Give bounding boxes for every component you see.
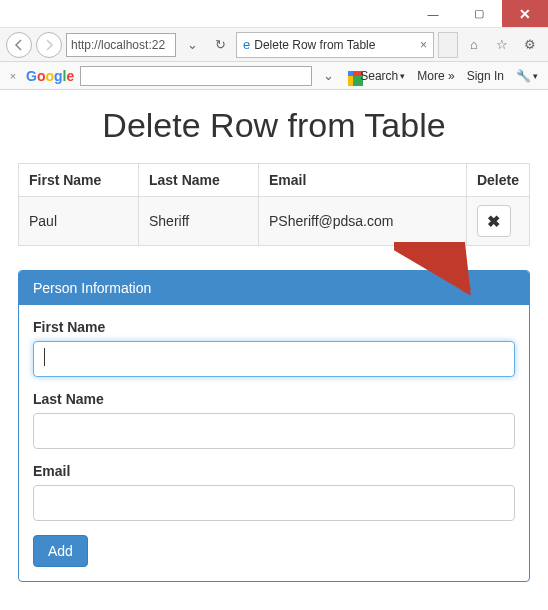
first-name-label: First Name (33, 319, 515, 335)
url-dropdown-button[interactable]: ⌄ (180, 33, 204, 57)
favorites-button[interactable]: ☆ (490, 33, 514, 57)
maximize-button[interactable]: ▢ (456, 0, 502, 27)
x-icon: ✖ (487, 212, 500, 231)
minimize-button[interactable]: — (410, 0, 456, 27)
google-squares-icon (348, 71, 358, 81)
forward-arrow-icon (43, 39, 55, 51)
email-input[interactable] (33, 485, 515, 521)
tab-title: Delete Row from Table (254, 38, 375, 52)
panel-title: Person Information (19, 271, 529, 305)
page-title: Delete Row from Table (18, 106, 530, 145)
cell-email: PSheriff@pdsa.com (259, 197, 467, 246)
tab-close-button[interactable]: × (420, 38, 427, 52)
last-name-label: Last Name (33, 391, 515, 407)
panel-body: First Name Last Name Email Add (19, 305, 529, 581)
form-group-last-name: Last Name (33, 391, 515, 449)
text-caret (44, 348, 45, 366)
cell-last-name: Sheriff (139, 197, 259, 246)
google-signin-button[interactable]: Sign In (463, 69, 508, 83)
col-email: Email (259, 164, 467, 197)
email-label: Email (33, 463, 515, 479)
google-more-button[interactable]: More » (413, 69, 458, 83)
col-first-name: First Name (19, 164, 139, 197)
google-toolbar: × Google ⌄ Search ▾ More » Sign In 🔧 ▾ (0, 62, 548, 90)
first-name-input[interactable] (33, 341, 515, 377)
google-search-input[interactable] (80, 66, 312, 86)
google-search-button[interactable]: Search ▾ (344, 69, 409, 83)
home-button[interactable]: ⌂ (462, 33, 486, 57)
form-group-email: Email (33, 463, 515, 521)
close-window-button[interactable]: ✕ (502, 0, 548, 27)
url-text: http://localhost:22 (71, 38, 165, 52)
google-wrench-button[interactable]: 🔧 ▾ (512, 69, 542, 83)
data-table: First Name Last Name Email Delete Paul S… (18, 163, 530, 246)
forward-button[interactable] (36, 32, 62, 58)
address-bar: http://localhost:22 ⌄ ↻ e Delete Row fro… (0, 28, 548, 62)
last-name-input[interactable] (33, 413, 515, 449)
google-search-dropdown[interactable]: ⌄ (316, 64, 340, 88)
new-tab-button[interactable] (438, 32, 458, 58)
settings-button[interactable]: ⚙ (518, 33, 542, 57)
add-button[interactable]: Add (33, 535, 88, 567)
toolbar-close-button[interactable]: × (6, 69, 20, 83)
cell-delete: ✖ (466, 197, 529, 246)
cell-first-name: Paul (19, 197, 139, 246)
table-row: Paul Sheriff PSheriff@pdsa.com ✖ (19, 197, 530, 246)
google-logo[interactable]: Google (24, 68, 76, 84)
page-content: Delete Row from Table First Name Last Na… (0, 90, 548, 600)
browser-tab[interactable]: e Delete Row from Table × (236, 32, 434, 58)
col-last-name: Last Name (139, 164, 259, 197)
url-input[interactable]: http://localhost:22 (66, 33, 176, 57)
back-button[interactable] (6, 32, 32, 58)
refresh-button[interactable]: ↻ (208, 33, 232, 57)
person-info-panel: Person Information First Name Last Name … (18, 270, 530, 582)
delete-row-button[interactable]: ✖ (477, 205, 511, 237)
wrench-icon: 🔧 (516, 69, 531, 83)
ie-icon: e (243, 37, 250, 52)
col-delete: Delete (466, 164, 529, 197)
window-titlebar: — ▢ ✕ (0, 0, 548, 28)
form-group-first-name: First Name (33, 319, 515, 377)
back-arrow-icon (13, 39, 25, 51)
table-header-row: First Name Last Name Email Delete (19, 164, 530, 197)
